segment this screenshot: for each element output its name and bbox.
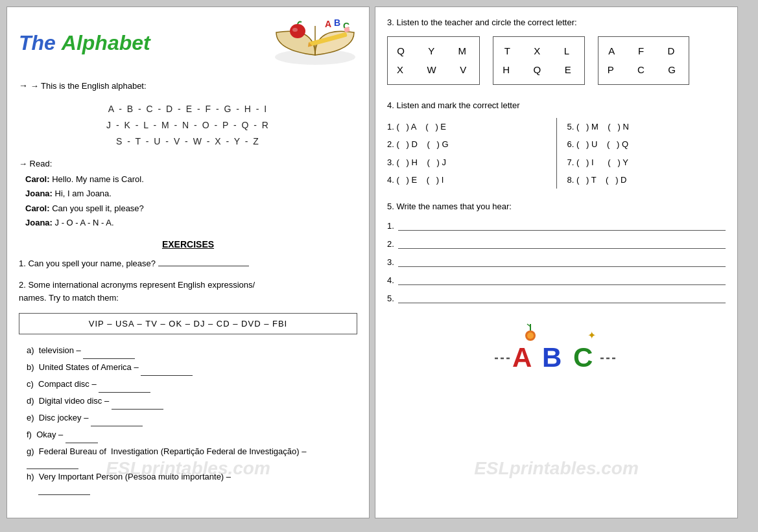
match-blank-c[interactable]	[99, 384, 150, 393]
match-item-b: b) United States of America –	[27, 359, 357, 376]
match-item-c: c) Compact disc –	[27, 376, 357, 393]
match-item-g: g) Federal Bureau of Investigation (Repa…	[27, 443, 357, 469]
page-container: The Alphabet A B C	[0, 0, 758, 532]
dialogue: Carol: Hello. My name is Carol. Joana: H…	[19, 172, 357, 229]
match-blank-h[interactable]	[38, 486, 90, 495]
alphabet-row-1: A - B - C - D - E - F - G - H - I	[19, 101, 357, 117]
match-item-h: h) Very Important Person (Pessoa muito i…	[27, 469, 357, 500]
write-lines: 1. 2. 3. 4. 5.	[387, 220, 726, 303]
write-line-2: 2.	[387, 238, 726, 249]
write-blank-5[interactable]	[398, 293, 726, 303]
letter-box-3: A F DP C G	[598, 36, 689, 85]
bottom-illustration: A B C ✦	[387, 323, 726, 381]
left-panel: The Alphabet A B C	[6, 6, 370, 518]
match-item-e: e) Disc jockey –	[27, 410, 357, 426]
exercise4-grid: 1. ( ) A ( ) E 2. ( ) D ( ) G 3. ( ) H (…	[387, 118, 726, 189]
svg-text:A: A	[512, 342, 532, 373]
abc-illustration: A B C	[273, 17, 357, 69]
svg-text:B: B	[542, 342, 562, 373]
svg-text:A: A	[325, 19, 331, 29]
ex4-row-4: 4. ( ) E ( ) I	[387, 171, 546, 189]
dialogue-line-1: Carol: Hello. My name is Carol.	[25, 172, 357, 187]
write-blank-4[interactable]	[398, 275, 726, 285]
intro-text: → → This is the English alphabet:	[19, 78, 357, 93]
match-blank-g[interactable]	[27, 460, 78, 469]
alphabet-display: A - B - C - D - E - F - G - H - I J - K …	[19, 101, 357, 150]
letter-box-1: Q Y MX W V	[387, 36, 480, 85]
letter-boxes-row: Q Y MX W V T X LH Q E A F DP C G	[387, 36, 726, 85]
ex4-title: 4. Listen and mark the correct letter	[387, 100, 726, 110]
acronym-box: VIP – USA – TV – OK – DJ – CD – DVD – FB…	[19, 313, 357, 334]
write-blank-2[interactable]	[398, 238, 726, 249]
write-line-3: 3.	[387, 257, 726, 267]
read-label: → Read:	[19, 159, 357, 168]
match-item-f: f) Okay –	[27, 426, 357, 443]
dialogue-line-3: Carol: Can you spell it, please?	[25, 202, 357, 216]
title-block: The Alphabet	[19, 32, 150, 54]
match-list: a) television – b) United States of Amer…	[19, 342, 357, 500]
dialogue-line-4: Joana: J - O - A - N - A.	[25, 216, 357, 230]
ex4-row-2: 2. ( ) D ( ) G	[387, 135, 546, 153]
svg-text:C: C	[573, 342, 593, 373]
write-blank-1[interactable]	[398, 220, 726, 231]
match-blank-d[interactable]	[112, 400, 163, 410]
title-the: The	[19, 31, 56, 54]
svg-point-3	[292, 28, 298, 32]
ex3-title: 3. Listen to the teacher and circle the …	[387, 17, 726, 27]
ex4-right-col: 5. ( ) M ( ) N 6. ( ) U ( ) Q 7. ( ) I (…	[557, 118, 726, 189]
ex4-row-5: 5. ( ) M ( ) N	[567, 118, 726, 135]
exercise-2: 2. Some international acronyms represent…	[19, 279, 357, 306]
match-blank-b[interactable]	[141, 367, 193, 376]
svg-text:B: B	[334, 19, 340, 28]
write-line-5: 5.	[387, 293, 726, 303]
ex4-left-col: 1. ( ) A ( ) E 2. ( ) D ( ) G 3. ( ) H (…	[387, 118, 557, 189]
read-section: → Read: Carol: Hello. My name is Carol. …	[19, 159, 357, 229]
alphabet-row-2: J - K - L - M - N - O - P - Q - R	[19, 117, 357, 133]
title-area: The Alphabet A B C	[19, 17, 357, 69]
ex4-row-6: 6. ( ) U ( ) Q	[567, 135, 726, 153]
match-blank-f[interactable]	[65, 434, 98, 443]
exercises-title: EXERCISES	[19, 239, 357, 249]
match-item-d: d) Digital video disc –	[27, 393, 357, 410]
alphabet-row-3: S - T - U - V - W - X - Y - Z	[19, 133, 357, 150]
ex1-blank[interactable]	[158, 257, 249, 266]
write-line-1: 1.	[387, 220, 726, 231]
match-blank-e[interactable]	[91, 417, 143, 426]
title-text: The Alphabet	[19, 32, 150, 54]
right-panel: 3. Listen to the teacher and circle the …	[375, 6, 738, 518]
svg-text:✦: ✦	[587, 330, 596, 341]
match-blank-a[interactable]	[83, 350, 135, 359]
ex4-row-3: 3. ( ) H ( ) J	[387, 154, 546, 171]
right-watermark: ESLprintables.com	[474, 458, 639, 479]
title-alphabet: Alphabet	[62, 31, 150, 54]
write-line-4: 4.	[387, 275, 726, 285]
ex4-row-8: 8. ( ) T ( ) D	[567, 171, 726, 189]
ex4-row-7: 7. ( ) I ( ) Y	[567, 154, 726, 171]
exercise-1: 1. Can you spell your name, please?	[19, 257, 357, 271]
letter-box-2: T X LH Q E	[493, 36, 585, 85]
write-blank-3[interactable]	[398, 257, 726, 267]
dialogue-line-2: Joana: Hi, I am Joana.	[25, 187, 357, 201]
match-item-a: a) television –	[27, 342, 357, 359]
svg-point-2	[290, 24, 305, 38]
svg-point-15	[527, 332, 534, 339]
ex4-row-1: 1. ( ) A ( ) E	[387, 118, 546, 135]
ex5-title: 5. Write the names that you hear:	[387, 202, 726, 211]
